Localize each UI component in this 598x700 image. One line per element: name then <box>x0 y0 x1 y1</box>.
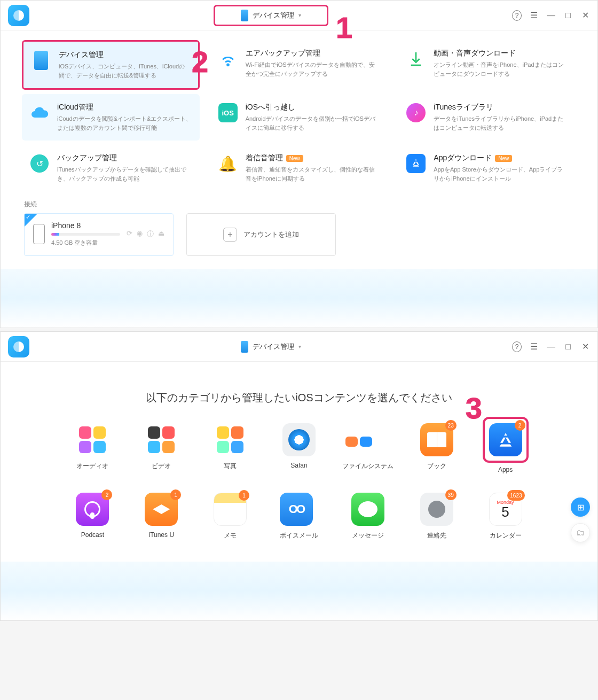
dropdown-label: デバイス管理 <box>253 342 294 352</box>
list-view-button[interactable]: 🗂 <box>571 523 590 542</box>
category-files[interactable]: ファイルシステム <box>342 423 394 473</box>
clock-icon: ↺ <box>29 153 50 174</box>
category-message[interactable]: メッセージ <box>351 493 384 540</box>
wifi-icon <box>218 49 238 69</box>
new-badge: New <box>495 155 512 162</box>
feature-title: iTunesライブラリ <box>434 103 569 112</box>
category-photo[interactable]: 写真 <box>214 423 247 473</box>
count-badge: 2 <box>101 489 112 500</box>
plus-icon: + <box>223 228 237 242</box>
window-main: 1 2 デバイス管理 ▾ ? ☰ ― □ ✕ デバイス管理iOSデバイス、コンピ… <box>0 0 598 328</box>
category-audio[interactable]: オーディオ <box>76 423 109 473</box>
svg-point-0 <box>227 64 229 66</box>
maximize-button[interactable]: □ <box>563 11 573 20</box>
bell-icon: 🔔 <box>218 153 238 174</box>
chevron-down-icon: ▾ <box>298 12 301 18</box>
category-itunesu[interactable]: 1iTunes U <box>145 493 178 540</box>
category-voicemail[interactable]: OOボイスメール <box>280 493 318 540</box>
category-contacts[interactable]: 39連絡先 <box>420 493 453 540</box>
download-icon <box>406 49 426 69</box>
feature-air-backup[interactable]: エアバックアップ管理Wi-Fi経由でiOSデバイスのデータを自動的で、安全かつ完… <box>210 40 388 90</box>
category-grid: オーディオ ビデオ 写真 Safari ファイルシステム 23ブック 2Apps… <box>1 423 597 562</box>
device-phone-icon <box>33 224 45 244</box>
connection-label: 接続 <box>1 195 597 213</box>
device-card[interactable]: iPhone 8 4.50 GB 空き容量 ⟳ ◉ ⓘ ⏏ <box>24 213 174 256</box>
count-badge: 39 <box>445 489 457 500</box>
count-badge: 23 <box>445 420 457 431</box>
feature-desc: AppをApp Storeからダウンロード、AppライブラリからiPhoneにイ… <box>434 165 569 183</box>
count-badge: 1623 <box>507 490 524 501</box>
feature-title: 動画・音声ダウンロード <box>434 49 569 58</box>
feature-device-management[interactable]: デバイス管理iOSデバイス、コンピュータ、iTunes、iCloudの間で、デー… <box>22 40 200 90</box>
decorative-wave <box>1 269 597 328</box>
window-controls: ? ☰ ― □ ✕ <box>512 11 590 20</box>
feature-app-download[interactable]: AppダウンロードNewAppをApp Storeからダウンロード、Appライブ… <box>398 145 576 191</box>
feature-title: エアバックアップ管理 <box>246 49 381 58</box>
decorative-wave <box>1 562 597 620</box>
category-book[interactable]: 23ブック <box>420 423 453 473</box>
titlebar: デバイス管理 ▾ ? ☰ ― □ ✕ <box>1 1 597 30</box>
minimize-button[interactable]: ― <box>546 342 556 352</box>
ios-icon: iOS <box>218 103 238 123</box>
sync-icon[interactable]: ◉ <box>137 229 143 239</box>
add-account-button[interactable]: + アカウントを追加 <box>186 213 336 256</box>
feature-desc: データをiTunesライブラリからiPhone、iPadまたはコンピュータに転送… <box>434 114 569 132</box>
help-button[interactable]: ? <box>512 342 522 352</box>
feature-desc: Androidデバイスのデータを個別か一括でiOSデバイスに簡単に移行する <box>246 114 381 132</box>
device-name: iPhone 8 <box>51 221 120 230</box>
device-dropdown[interactable]: デバイス管理 ▾ <box>214 5 328 26</box>
itunes-icon: ♪ <box>406 103 426 123</box>
feature-media-download[interactable]: 動画・音声ダウンロードオンライン動画・音声をiPhone、iPadまたはコンピュ… <box>398 40 576 90</box>
phone-icon <box>241 10 248 21</box>
help-button[interactable]: ? <box>512 11 522 20</box>
menu-button[interactable]: ☰ <box>529 342 539 352</box>
feature-title: iCloud管理 <box>57 103 192 112</box>
feature-desc: Wi-Fi経由でiOSデバイスのデータを自動的で、安全かつ完全にバックアップする <box>246 60 381 78</box>
window-categories: 3 デバイス管理 ▾ ? ☰ ― □ ✕ 以下のカテゴリから管理したいiOSコン… <box>0 331 598 621</box>
device-row: iPhone 8 4.50 GB 空き容量 ⟳ ◉ ⓘ ⏏ + アカウントを追加 <box>1 213 597 269</box>
titlebar: デバイス管理 ▾ ? ☰ ― □ ✕ <box>1 332 597 362</box>
feature-title: Appダウンロード <box>434 153 492 163</box>
new-badge: New <box>286 155 303 162</box>
eject-icon[interactable]: ⏏ <box>158 229 164 239</box>
feature-title: デバイス管理 <box>59 50 191 60</box>
feature-desc: iOSデバイス、コンピュータ、iTunes、iCloudの間で、データを自由に転… <box>59 62 191 80</box>
category-memo[interactable]: 1メモ <box>214 493 247 540</box>
feature-move-ios[interactable]: iOS iOSへ引っ越しAndroidデバイスのデータを個別か一括でiOSデバイ… <box>210 94 388 141</box>
refresh-icon[interactable]: ⟳ <box>127 229 132 239</box>
feature-title: 着信音管理 <box>246 153 283 163</box>
maximize-button[interactable]: □ <box>563 342 573 352</box>
device-dropdown[interactable]: デバイス管理 ▾ <box>226 338 316 356</box>
count-badge: 1 <box>170 489 181 500</box>
app-logo <box>8 336 29 357</box>
feature-title: バックアップ管理 <box>57 153 192 163</box>
feature-desc: iCoudのデータを閲覧&インポート&エクスポート、または複数のアカウント間で移… <box>57 114 192 132</box>
storage-bar <box>51 233 120 236</box>
feature-desc: 着信音、通知音をカスタマイズし、個性的な着信音をiPhoneに同期する <box>246 165 381 183</box>
chevron-down-icon: ▾ <box>298 344 301 349</box>
category-safari[interactable]: Safari <box>282 423 316 473</box>
menu-button[interactable]: ☰ <box>529 11 539 20</box>
category-calendar[interactable]: Monday51623カレンダー <box>489 493 522 540</box>
phone-icon <box>241 341 248 353</box>
page-title: 以下のカテゴリから管理したいiOSコンテンツを選んでください <box>1 362 597 423</box>
feature-backup[interactable]: ↺ バックアップ管理iTunesバックアップからデータを確認して抽出でき、バック… <box>22 145 200 191</box>
feature-icloud[interactable]: iCloud管理iCoudのデータを閲覧&インポート&エクスポート、または複数の… <box>22 94 200 141</box>
info-icon[interactable]: ⓘ <box>147 229 154 239</box>
count-badge: 2 <box>515 420 525 431</box>
feature-ringtone[interactable]: 🔔 着信音管理New着信音、通知音をカスタマイズし、個性的な着信音をiPhone… <box>210 145 388 191</box>
feature-itunes-library[interactable]: ♪ iTunesライブラリデータをiTunesライブラリからiPhone、iPa… <box>398 94 576 141</box>
count-badge: 1 <box>239 490 249 501</box>
category-podcast[interactable]: 2Podcast <box>76 493 109 540</box>
close-button[interactable]: ✕ <box>580 11 590 20</box>
minimize-button[interactable]: ― <box>546 11 556 20</box>
device-actions: ⟳ ◉ ⓘ ⏏ <box>127 229 164 239</box>
category-video[interactable]: ビデオ <box>145 423 178 473</box>
grid-view-button[interactable]: ⊞ <box>571 497 590 517</box>
phone-icon <box>31 50 51 71</box>
close-button[interactable]: ✕ <box>580 342 590 352</box>
category-apps[interactable]: 2Apps <box>489 423 522 473</box>
dropdown-label: デバイス管理 <box>253 11 294 20</box>
add-account-label: アカウントを追加 <box>243 230 299 239</box>
feature-desc: iTunesバックアップからデータを確認して抽出でき、バックアップの作成も可能 <box>57 165 192 183</box>
